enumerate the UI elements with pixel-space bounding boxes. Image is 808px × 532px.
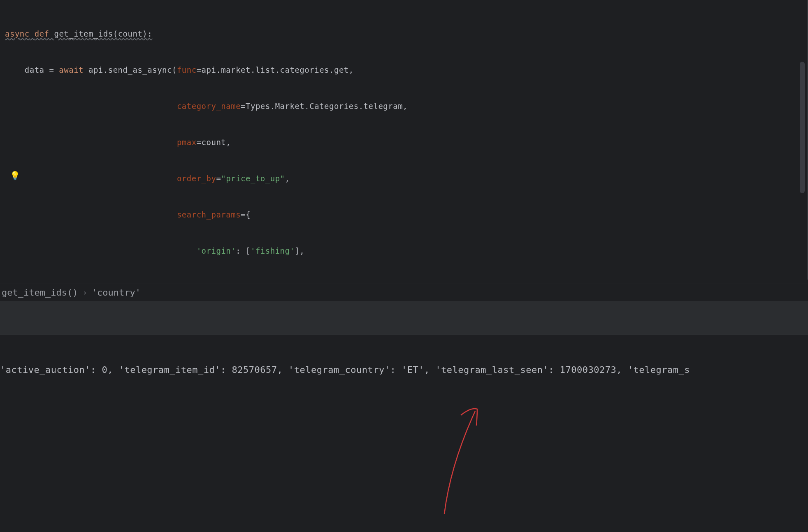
- chevron-right-icon: ›: [82, 287, 87, 298]
- code-line[interactable]: order_by="price_to_up",: [5, 169, 792, 187]
- code-lines[interactable]: async def get_item_ids(count): data = aw…: [5, 7, 792, 280]
- param-func: func: [177, 65, 197, 74]
- param-pmax: pmax: [177, 138, 197, 147]
- function-name: get_item_ids: [54, 29, 113, 38]
- code-line[interactable]: search_params={: [5, 206, 792, 224]
- code-area[interactable]: 💡 async def get_item_ids(count): data = …: [0, 0, 798, 280]
- code-text: (count):: [113, 29, 153, 38]
- console-pane[interactable]: 'active_auction': 0, 'telegram_item_id':…: [0, 335, 808, 532]
- vertical-scrollbar[interactable]: [800, 62, 805, 193]
- code-line[interactable]: 'spam': 'no',: [5, 278, 792, 280]
- keyword-await: await: [59, 65, 84, 74]
- param-category-name: category_name: [177, 102, 241, 111]
- code-line[interactable]: 'origin': ['fishing'],: [5, 242, 792, 260]
- keyword-def: def: [35, 29, 49, 38]
- code-line[interactable]: async def get_item_ids(count):: [5, 25, 792, 43]
- breadcrumb-item[interactable]: get_item_ids(): [2, 287, 78, 298]
- param-order-by: order_by: [177, 174, 216, 183]
- code-line[interactable]: data = await api.send_as_async(func=api.…: [5, 61, 792, 79]
- code-line[interactable]: category_name=Types.Market.Categories.te…: [5, 97, 792, 115]
- code-editor-pane[interactable]: 💡 async def get_item_ids(count): data = …: [0, 0, 808, 280]
- keyword-async: async: [5, 29, 30, 38]
- code-line[interactable]: pmax=count,: [5, 133, 792, 151]
- toolbar-spacer: [0, 301, 808, 335]
- console-output-line[interactable]: 'active_auction': 0, 'telegram_item_id':…: [0, 365, 690, 375]
- breadcrumb-bar[interactable]: get_item_ids() › 'country': [0, 284, 808, 301]
- param-search-params: search_params: [177, 210, 241, 219]
- string-literal: "price_to_up": [221, 174, 285, 183]
- breadcrumb-item[interactable]: 'country': [92, 287, 141, 298]
